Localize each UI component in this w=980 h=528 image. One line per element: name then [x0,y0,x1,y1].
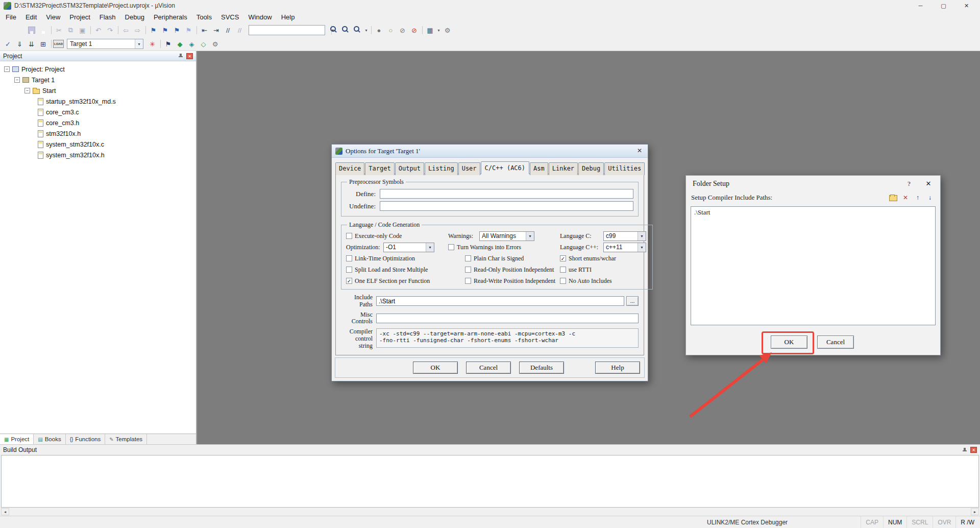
options-dialog-close-icon[interactable]: ✕ [635,147,644,155]
collapse-icon[interactable]: − [24,88,30,93]
read-write-pi-checkbox[interactable]: Read-Write Position Independent [465,275,560,286]
include-paths-input[interactable] [376,296,624,306]
tab-device[interactable]: Device [335,162,364,175]
menu-item[interactable]: Window [243,12,276,22]
paste-icon[interactable]: ▣ [77,25,88,36]
options-for-target-icon[interactable]: ✳ [146,38,158,50]
build-output-scrollbar[interactable]: ◄ ► [0,508,980,516]
use-rtti-checkbox[interactable]: use RTTI [560,264,648,275]
ok-button[interactable]: OK [413,362,458,374]
checkbox-box[interactable] [346,267,352,273]
menu-item[interactable]: Flash [95,12,120,22]
undefine-input[interactable] [380,201,633,211]
insert-breakpoint-icon[interactable]: ● [373,25,385,36]
menu-item[interactable]: Debug [120,12,149,22]
menu-item[interactable]: Edit [21,12,41,22]
toolbar-separator[interactable] [143,25,148,36]
save-icon[interactable] [26,25,37,36]
pack-installer-icon[interactable]: ◇ [198,38,209,50]
tab-books[interactable]: ▤ Books [34,434,65,444]
define-input[interactable] [380,189,633,199]
toolbar-separator[interactable] [116,25,120,36]
tab-asm[interactable]: Asm [530,162,548,175]
open-folder-icon[interactable] [14,25,26,36]
language-cpp-select[interactable]: c++11 ▾ [603,243,646,252]
dropdown-icon[interactable]: ▾ [638,243,646,252]
plain-char-signed-checkbox[interactable]: Plain Char is Signed [465,253,560,264]
toolbar-separator[interactable] [49,25,53,36]
navigate-forward-icon[interactable]: ⇨ [132,25,143,36]
search-input[interactable] [249,26,331,34]
undo-icon[interactable]: ↶ [92,25,104,36]
manage-rte-icon[interactable]: ◆ [174,38,186,50]
toolbar-separator[interactable] [420,25,424,36]
folder-cancel-button[interactable]: Cancel [817,335,854,349]
new-file-icon[interactable] [2,25,14,36]
tools-icon[interactable]: ⚙ [209,38,221,50]
unindent-icon[interactable]: ⇤ [199,25,210,36]
no-auto-includes-checkbox[interactable]: No Auto Includes [560,275,648,286]
target-dropdown-icon[interactable]: ▾ [135,39,143,49]
link-time-optimization-checkbox[interactable]: Link-Time Optimization [346,253,448,264]
misc-controls-input[interactable] [376,314,639,323]
debug-windows-dropdown-icon[interactable]: ▾ [436,25,442,36]
copy-icon[interactable]: ⧉ [65,25,77,36]
indent-icon[interactable]: ⇥ [210,25,222,36]
tab-listing[interactable]: Listing [425,162,458,175]
uncomment-icon[interactable]: // [234,25,246,36]
dropdown-icon[interactable]: ▾ [638,232,646,241]
read-only-pi-checkbox[interactable]: Read-Only Position Independent [465,264,560,275]
insert-path-icon[interactable] [888,193,898,202]
debug-windows-icon[interactable]: ▦ [424,25,436,36]
redo-icon[interactable]: ↷ [104,25,116,36]
target-select[interactable]: Target 1 ▾ [67,39,143,49]
translate-file-icon[interactable]: ✓ [2,38,14,50]
kill-all-breakpoints-icon[interactable]: ⊘ [408,25,420,36]
clear-bookmarks-icon[interactable]: ⚑ [183,25,194,36]
dropdown-icon[interactable]: ▾ [426,243,434,252]
configure-icon[interactable]: ⚙ [442,25,453,36]
next-bookmark-icon[interactable]: ⚑ [171,25,183,36]
move-down-icon[interactable]: ↓ [925,193,935,202]
scroll-right-icon[interactable]: ► [971,508,979,515]
build-icon[interactable]: ⇓ [14,38,26,50]
tree-item-file[interactable]: core_cm3.c [0,107,196,117]
tree-item-file[interactable]: system_stm32f10x.c [0,139,196,150]
panel-close-icon[interactable]: ✕ [970,447,977,453]
collapse-icon[interactable]: − [14,77,20,83]
tree-item-target[interactable]: − Target 1 [0,75,196,85]
navigate-back-icon[interactable]: ⇦ [120,25,132,36]
toolbar-separator[interactable] [158,38,162,50]
move-up-icon[interactable]: ↑ [913,193,923,202]
checkbox-box[interactable] [346,233,352,239]
incremental-find-icon[interactable] [352,25,363,36]
checkbox-box[interactable] [448,244,454,250]
tree-item-file[interactable]: system_stm32f10x.h [0,150,196,160]
find-in-files-icon[interactable] [328,25,340,36]
find-icon[interactable] [340,25,352,36]
build-output-content[interactable] [1,455,979,508]
search-combobox[interactable]: ▾ [249,25,325,35]
warnings-into-errors-checkbox[interactable]: Turn Warnings into Errors [448,242,560,253]
enable-breakpoint-icon[interactable]: ○ [385,25,397,36]
help-button[interactable]: Help [595,362,640,374]
pin-icon[interactable] [178,53,184,59]
cancel-button[interactable]: Cancel [466,362,511,374]
cut-icon[interactable]: ✂ [53,25,65,36]
optimization-select[interactable]: -O1 ▾ [383,243,434,252]
tab-linker[interactable]: Linker [549,162,578,175]
batch-build-icon[interactable]: ⊞ [37,38,49,50]
toolbar-separator[interactable] [88,25,92,36]
folder-dialog-help-icon[interactable]: ? [904,180,914,188]
close-button[interactable]: ✕ [955,0,978,11]
tab-templates[interactable]: ✎ Templates [105,434,147,444]
checkbox-box[interactable]: ✓ [560,255,566,261]
tree-item-file[interactable]: core_cm3.h [0,117,196,128]
checkbox-box[interactable] [560,278,566,284]
tab-debug[interactable]: Debug [578,162,604,175]
short-enums-checkbox[interactable]: ✓ Short enums/wchar [560,253,648,264]
checkbox-box[interactable]: ✓ [346,278,352,284]
dropdown-icon[interactable]: ▾ [526,232,534,241]
pin-icon[interactable] [962,447,968,453]
one-elf-section-checkbox[interactable]: ✓ One ELF Section per Function [346,275,448,286]
